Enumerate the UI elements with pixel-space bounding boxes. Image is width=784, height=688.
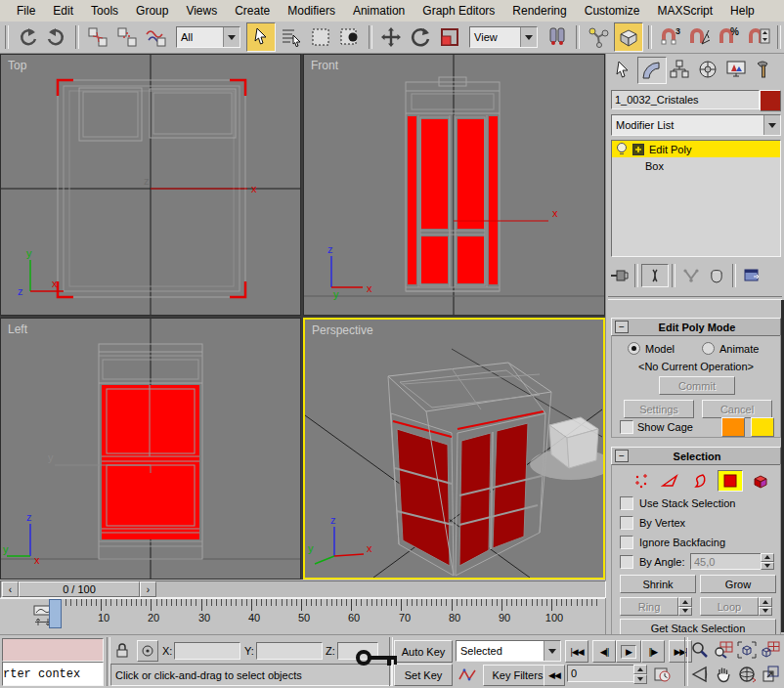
zoom-extents-all-button[interactable] (759, 638, 782, 662)
menu-file[interactable]: File (8, 1, 44, 21)
spinner-up-icon[interactable] (761, 553, 774, 562)
edge-subobject-button[interactable] (659, 471, 682, 491)
field-of-view-button[interactable] (688, 663, 712, 686)
zoom-all-button[interactable] (712, 638, 735, 662)
previous-frame-arrow-button[interactable]: ‹ (2, 581, 19, 597)
viewport-left-label[interactable]: Left (8, 322, 27, 336)
x-coordinate-field[interactable] (174, 642, 240, 660)
select-and-move-button[interactable] (377, 23, 405, 51)
expand-plus-icon[interactable] (632, 144, 644, 155)
menu-edit[interactable]: Edit (44, 1, 82, 21)
next-frame-arrow-button[interactable]: › (140, 581, 156, 597)
spinner-snap-button[interactable] (745, 23, 772, 51)
spinner-down-icon[interactable] (761, 562, 774, 571)
menu-group[interactable]: Group (127, 1, 177, 21)
auto-key-button[interactable]: Auto Key (394, 640, 453, 663)
cancel-button[interactable]: Cancel (702, 400, 772, 418)
polygon-subobject-button[interactable] (718, 470, 743, 492)
set-key-button[interactable]: Set Key (394, 664, 453, 686)
previous-frame-button[interactable]: ◀|| (592, 640, 616, 663)
select-by-name-button[interactable] (278, 23, 305, 51)
angle-snap-button[interactable] (686, 23, 714, 51)
maximize-viewport-toggle-button[interactable] (759, 663, 782, 686)
time-slider-handle[interactable]: 0 / 100 (19, 581, 140, 597)
dropdown-arrow-icon[interactable] (520, 27, 537, 47)
current-frame-field[interactable] (567, 665, 635, 682)
redo-button[interactable] (43, 23, 70, 51)
object-name-field[interactable] (611, 90, 760, 109)
select-and-rotate-button[interactable] (407, 23, 434, 51)
reference-coordinate-dropdown[interactable]: View (469, 26, 538, 48)
spinner-up-icon[interactable] (633, 665, 647, 674)
menu-maxscript[interactable]: MAXScript (648, 1, 721, 21)
y-coordinate-field[interactable] (256, 642, 323, 660)
menu-help[interactable]: Help (721, 1, 763, 21)
pin-stack-button[interactable] (606, 265, 632, 286)
viewport-top-label[interactable]: Top (8, 59, 26, 72)
cage-color-swatch[interactable] (721, 417, 745, 437)
menu-tools[interactable]: Tools (82, 1, 127, 21)
by-angle-checkbox[interactable] (620, 555, 633, 569)
bind-to-space-warp-button[interactable] (143, 23, 170, 51)
dropdown-arrow-icon[interactable] (223, 27, 240, 47)
vertex-subobject-button[interactable] (630, 471, 653, 491)
menu-rendering[interactable]: Rendering (503, 1, 575, 21)
configure-modifier-sets-button[interactable] (739, 265, 764, 286)
by-angle-field[interactable] (690, 553, 762, 570)
frame-spinner[interactable] (633, 665, 647, 684)
absolute-mode-toggle[interactable] (137, 640, 158, 662)
dropdown-arrow-icon[interactable] (763, 115, 780, 135)
spinner-down-icon[interactable] (633, 674, 647, 684)
spinner-down-icon[interactable] (678, 607, 692, 617)
make-unique-button[interactable] (678, 265, 704, 286)
stack-item-box[interactable]: Box (612, 157, 780, 174)
arc-rotate-button[interactable] (735, 663, 759, 686)
cage-selected-color-swatch[interactable] (751, 417, 774, 437)
snaps-toggle-button[interactable]: 3 (657, 23, 684, 51)
unlink-selection-button[interactable] (113, 23, 141, 51)
window-crossing-toggle-button[interactable] (336, 23, 364, 51)
ring-spinner[interactable] (678, 597, 692, 616)
element-subobject-button[interactable] (749, 471, 772, 491)
rectangular-selection-region-button[interactable] (307, 23, 334, 51)
radio-icon[interactable] (702, 342, 715, 355)
tab-utilities[interactable] (751, 57, 778, 82)
lightbulb-icon[interactable] (615, 142, 629, 156)
menu-views[interactable]: Views (177, 1, 226, 21)
spinner-up-icon[interactable] (759, 597, 772, 607)
select-object-button[interactable] (246, 22, 276, 52)
by-vertex-checkbox[interactable] (620, 516, 633, 530)
tab-hierarchy[interactable] (666, 57, 693, 82)
viewport-perspective-label[interactable]: Perspective (312, 323, 373, 337)
settings-button[interactable]: Settings (624, 400, 694, 418)
ignore-backfacing-checkbox[interactable] (620, 536, 633, 549)
spinner-up-icon[interactable] (678, 597, 692, 607)
dropdown-arrow-icon[interactable] (544, 641, 560, 661)
grow-button[interactable]: Grow (700, 575, 776, 593)
shrink-button[interactable]: Shrink (620, 575, 696, 593)
play-animation-button[interactable]: ▶ (616, 640, 641, 663)
menu-create[interactable]: Create (226, 1, 279, 21)
select-and-manipulate-button[interactable] (585, 23, 612, 51)
menu-graph-editors[interactable]: Graph Editors (414, 1, 503, 21)
commit-button[interactable]: Commit (659, 376, 735, 395)
remove-modifier-button[interactable] (704, 265, 729, 286)
menu-customize[interactable]: Customize (576, 1, 649, 21)
collapse-minus-icon[interactable]: − (615, 321, 629, 333)
menu-modifiers[interactable]: Modifiers (279, 1, 344, 21)
next-frame-button[interactable]: ||▶ (641, 640, 665, 663)
timeline-ruler[interactable]: 0 10 20 30 40 50 60 70 80 90 100 (47, 599, 600, 634)
collapse-minus-icon[interactable]: − (615, 450, 629, 462)
by-angle-spinner[interactable] (761, 553, 774, 570)
rollout-selection-header[interactable]: − Selection (611, 447, 781, 465)
object-color-swatch[interactable] (760, 90, 781, 111)
percent-snap-button[interactable]: % (716, 23, 743, 51)
stack-item-edit-poly[interactable]: Edit Poly (612, 141, 780, 157)
maxscript-listener-macro-pane[interactable] (2, 638, 104, 662)
use-pivot-center-button[interactable] (544, 23, 571, 51)
zoom-button[interactable] (688, 638, 712, 662)
ring-button[interactable]: Ring (620, 597, 678, 616)
go-to-start-button[interactable]: |◀◀ (565, 640, 588, 663)
use-stack-selection-checkbox[interactable] (620, 496, 633, 510)
undo-button[interactable] (14, 23, 41, 51)
